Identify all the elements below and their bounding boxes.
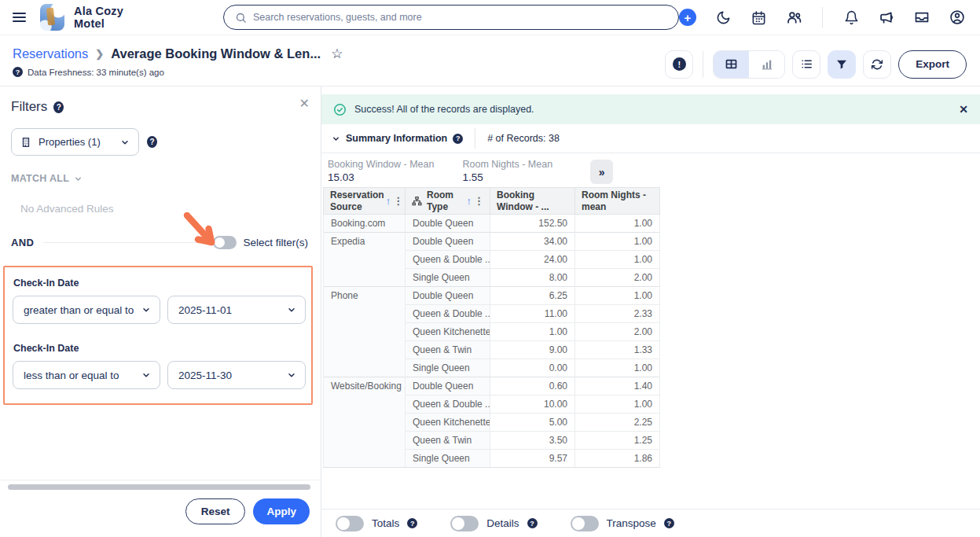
totals-help-icon[interactable]: ? [407, 518, 417, 528]
report-header: Reservations ❯ Average Booking Window & … [0, 35, 980, 86]
summary-title[interactable]: Summary Information [346, 133, 447, 144]
guests-button[interactable] [785, 9, 802, 26]
search-input[interactable] [253, 12, 667, 23]
cell-room-type: Queen & Double ... [406, 251, 490, 269]
breadcrumb-chevron-icon: ❯ [95, 48, 104, 60]
summary-help-icon[interactable]: ? [453, 134, 463, 144]
collapse-chevron-icon[interactable] [332, 134, 340, 143]
hamburger-menu-icon[interactable] [13, 13, 26, 22]
calendar-button[interactable] [750, 9, 767, 26]
chevron-down-icon [74, 175, 83, 183]
bell-icon [844, 10, 859, 25]
cell-booking-window-mean: 10.00 [490, 395, 575, 414]
cell-room-type: Queen & Twin [406, 432, 490, 450]
table-row: Queen & Double ...10.001.00 [324, 395, 660, 414]
report-table-body: Booking.comDouble Queen152.501.00Expedia… [324, 215, 660, 468]
table-row: Queen & Twin9.001.33 [324, 341, 660, 359]
table-view-button[interactable] [714, 51, 749, 78]
cell-booking-window-mean: 24.00 [490, 251, 575, 269]
filter-funnel-icon [835, 58, 848, 71]
report-toolbar: ! Export [665, 42, 967, 86]
apply-button[interactable]: Apply [253, 498, 310, 524]
global-search[interactable] [223, 5, 679, 30]
cell-booking-window-mean: 0.00 [490, 359, 575, 377]
match-all-dropdown[interactable]: MATCH ALL [11, 173, 321, 184]
filters-footer: Reset Apply [0, 480, 321, 537]
cell-booking-window-mean: 9.00 [490, 341, 575, 359]
filters-help-icon[interactable]: ? [53, 101, 64, 113]
refresh-button[interactable] [863, 50, 891, 79]
cell-reservation-source [324, 414, 406, 432]
transpose-help-icon[interactable]: ? [664, 518, 674, 528]
table-row: Website/Booking ...Double Queen0.601.40 [324, 377, 660, 395]
cell-booking-window-mean: 9.57 [490, 450, 575, 468]
notifications-button[interactable] [842, 9, 860, 26]
banner-close-icon[interactable]: ✕ [959, 103, 968, 116]
table-row: ExpediaDouble Queen34.001.00 [324, 233, 660, 251]
properties-dropdown[interactable]: Properties (1) [11, 128, 139, 156]
cell-room-nights-mean: 1.33 [575, 341, 660, 359]
filters-title: Filters [11, 99, 47, 115]
cell-reservation-source [324, 432, 406, 450]
expand-stats-button[interactable]: » [590, 160, 613, 184]
inbox-button[interactable] [913, 9, 930, 26]
table-row: Queen Kitchenette1.002.00 [324, 323, 660, 341]
header-room-type[interactable]: Room Type ↑ ⋮ [406, 188, 490, 215]
report-main: Success! All of the records are displaye… [321, 86, 980, 537]
details-help-icon[interactable]: ? [527, 518, 538, 528]
details-toggle[interactable] [450, 516, 479, 531]
rule-date-select[interactable]: 2025-11-30 [167, 361, 306, 389]
building-icon [20, 137, 31, 148]
create-new-button[interactable]: + [679, 9, 696, 26]
details-toggle-group: Details ? [450, 516, 537, 531]
chart-view-button[interactable] [749, 51, 784, 78]
rule-operator-select[interactable]: greater than or equal to [13, 296, 160, 324]
cell-room-nights-mean: 1.86 [575, 450, 660, 468]
filters-close-icon[interactable]: ✕ [299, 97, 310, 110]
cell-room-type: Queen & Double ... [406, 305, 490, 323]
help-icon[interactable]: ? [13, 67, 23, 77]
dark-mode-button[interactable] [714, 9, 732, 26]
cell-room-type: Single Queen [406, 359, 490, 377]
and-label: AND [11, 237, 34, 248]
account-button[interactable] [949, 9, 966, 26]
cell-room-type: Double Queen [406, 215, 490, 233]
column-title: Room Nights - mean [582, 189, 655, 212]
header-room-nights[interactable]: Room Nights - mean [575, 188, 660, 215]
table-row: Single Queen8.002.00 [324, 269, 660, 287]
properties-help-icon[interactable]: ? [147, 136, 157, 148]
export-button[interactable]: Export [898, 50, 967, 79]
reset-button[interactable]: Reset [185, 498, 246, 524]
header-booking-window[interactable]: Booking Window - ... [490, 188, 575, 215]
sort-asc-icon[interactable]: ↑ [386, 195, 391, 207]
totals-toggle[interactable] [336, 516, 364, 531]
horizontal-scrollbar[interactable] [8, 484, 310, 490]
cell-booking-window-mean: 0.60 [490, 377, 575, 395]
sort-asc-icon[interactable]: ↑ [467, 195, 472, 207]
property-logo[interactable] [40, 4, 64, 31]
header-reservation-source[interactable]: Reservation Source ↑ ⋮ [324, 188, 406, 215]
and-divider [43, 242, 204, 243]
filters-button[interactable] [828, 50, 856, 79]
cell-room-nights-mean: 2.25 [575, 414, 660, 432]
cell-reservation-source: Website/Booking ... [324, 377, 406, 395]
select-filters-toggle[interactable] [213, 236, 237, 249]
transpose-toggle[interactable] [571, 516, 599, 531]
breadcrumb-reservations-link[interactable]: Reservations [13, 46, 88, 61]
chevron-down-icon [287, 305, 296, 314]
stat-value: 15.03 [328, 171, 434, 183]
column-list-button[interactable] [792, 50, 820, 79]
totals-label: Totals [372, 517, 399, 529]
announcements-button[interactable] [878, 9, 895, 26]
rule-date-select[interactable]: 2025-11-01 [167, 296, 306, 324]
favorite-star-icon[interactable]: ☆ [331, 46, 343, 62]
rule-date-value: 2025-11-01 [178, 304, 287, 316]
column-menu-icon[interactable]: ⋮ [392, 195, 404, 207]
cell-room-nights-mean: 2.00 [575, 269, 660, 287]
highlighted-filter-rules: Check-In Date greater than or equal to 2… [3, 266, 313, 405]
report-info-button[interactable]: ! [665, 50, 693, 79]
search-icon [235, 12, 247, 24]
rule-field-label: Check-In Date [13, 278, 311, 289]
rule-operator-select[interactable]: less than or equal to [13, 361, 160, 389]
column-menu-icon[interactable]: ⋮ [473, 195, 485, 207]
